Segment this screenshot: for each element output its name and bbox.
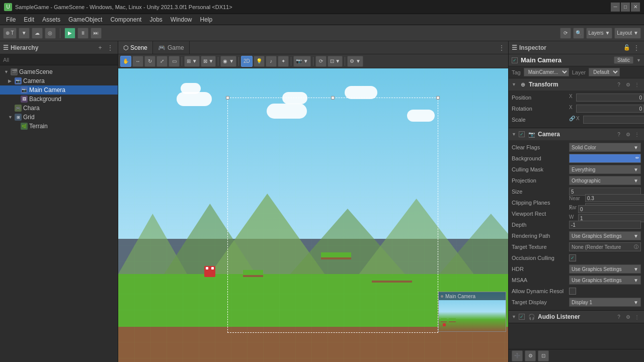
tree-item-camera[interactable]: ▶ 📷 Camera [0,76,118,85]
projection-dropdown[interactable]: Orthographic ▼ [569,176,641,185]
audio-listener-menu[interactable]: ⋮ [633,313,641,321]
search-button[interactable]: 🔍 [573,28,584,39]
scene-rect-tool[interactable]: ▭ [169,56,180,67]
clear-flags-label: Clear Flags [512,144,567,150]
scale-lock-icon[interactable]: 🔗 [569,116,575,124]
depth-input[interactable] [569,221,641,229]
scene-audio-toggle[interactable]: ♪ [266,56,277,67]
camera-menu[interactable]: ⋮ [633,130,641,138]
scene-gimbal-toggle[interactable]: ⟳ [315,56,327,67]
tree-item-background[interactable]: 🖼 Background [0,95,118,104]
transform-header[interactable]: ▼ ⊕ Transform ? ⚙ ⋮ [509,78,644,90]
transform-menu[interactable]: ⋮ [633,80,641,88]
menu-assets[interactable]: Assets [38,15,64,24]
scene-camera-dropdown[interactable]: 📷 ▼ [293,56,311,67]
scene-rotate-tool[interactable]: ↻ [144,56,155,67]
tree-item-chara[interactable]: 🎮 Chara [0,104,118,113]
history-button[interactable]: ⟳ [560,28,571,39]
tag-select[interactable]: MainCamer... [524,68,569,76]
cloud-btn[interactable]: ☁ [32,28,43,39]
rotation-x[interactable] [576,105,644,113]
tree-item-grid[interactable]: ▼ ⊞ Grid [0,113,118,122]
rendering-path-dropdown[interactable]: Use Graphics Settings ▼ [569,231,641,240]
object-enabled-checkbox[interactable] [512,57,518,63]
inspector-bottom-btn2[interactable]: ⚙ [525,350,536,361]
layer-select[interactable]: Default [589,68,620,76]
vp-x-input[interactable] [578,205,644,213]
collab-btn[interactable]: ◎ [45,28,56,39]
scene-snap-toggle[interactable]: ⊠ ▼ [201,56,216,67]
hierarchy-menu-button[interactable]: ⋮ [106,43,115,52]
camera-settings[interactable]: ⚙ [624,130,632,138]
camera-enabled[interactable] [519,131,525,137]
layers-dropdown[interactable]: Layers ▼ [586,28,613,39]
minimize-button[interactable]: ─ [611,3,620,12]
scene-move-tool[interactable]: ↔ [132,56,143,67]
scene-menu-button[interactable]: ⋮ [497,43,506,52]
background-icon: 🖼 [21,96,28,103]
background-color-field[interactable]: ✏ [569,154,641,163]
transform-settings[interactable]: ⚙ [624,80,632,88]
scene-overlay-btn[interactable]: ⚙ ▼ [347,56,363,67]
position-x[interactable] [576,94,644,102]
handle-tl[interactable] [226,96,229,100]
hierarchy-search[interactable] [0,54,118,65]
audio-listener-header[interactable]: ▼ 🎧 Audio Listener ? ⚙ ⋮ [509,311,644,323]
audio-listener-settings[interactable]: ⚙ [624,313,632,321]
scene-2d-toggle[interactable]: 2D [241,56,253,67]
handle-tr[interactable] [436,96,440,100]
handle-tc[interactable] [331,96,335,100]
audio-listener-help[interactable]: ? [615,313,623,321]
projection-arrow: ▼ [633,178,638,184]
close-button[interactable]: ✕ [631,3,640,12]
tab-game[interactable]: 🎮 Game [153,41,190,54]
menu-component[interactable]: Component [106,15,145,24]
layout-dropdown[interactable]: Layout ▼ [614,28,641,39]
occlusion-culling-checkbox[interactable] [569,254,576,261]
pause-button[interactable]: ⏸ [77,28,89,39]
step-button[interactable]: ⏭ [91,28,102,39]
inspector-lock-icon[interactable]: 🔓 [623,44,630,51]
play-button[interactable]: ▶ [64,28,75,39]
scale-x[interactable] [583,116,644,124]
tree-item-terrain[interactable]: 🌿 Terrain [0,122,118,131]
scene-gizmos-toggle[interactable]: ◉ ▼ [220,56,236,67]
chara-label: Chara [23,105,40,112]
menu-gameobject[interactable]: GameObject [64,15,106,24]
hdr-dropdown[interactable]: Use Graphics Settings ▼ [569,264,641,274]
game-tab-label: Game [168,44,184,51]
camera-help[interactable]: ? [615,130,623,138]
target-display-dropdown[interactable]: Display 1 ▼ [569,298,641,307]
clear-flags-dropdown[interactable]: Solid Color ▼ [569,143,641,152]
culling-mask-dropdown[interactable]: Everything ▼ [569,165,641,174]
inspector-bottom-btn3[interactable]: ⊡ [538,350,549,361]
scene-grid-toggle[interactable]: ⊞ ▼ [184,56,200,67]
menu-help[interactable]: Help [196,15,217,24]
pivot-btn[interactable]: ▼ [19,28,30,39]
msaa-dropdown[interactable]: Use Graphics Settings ▼ [569,276,641,285]
menu-window[interactable]: Window [167,15,196,24]
tree-item-maincamera[interactable]: 📷 Main Camera [0,85,118,95]
maximize-button[interactable]: □ [621,3,630,12]
menu-jobs[interactable]: Jobs [145,15,166,24]
menu-edit[interactable]: Edit [20,15,38,24]
near-input[interactable] [585,194,644,202]
camera-comp-arrow: ▼ [512,132,517,137]
inspector-add-component-button[interactable]: ➕ [512,350,523,361]
scene-scale-tool[interactable]: ⤢ [156,56,168,67]
tree-item-gamescene[interactable]: ▼ 🎬 GameScene [0,67,118,76]
scene-lighting-toggle[interactable]: 💡 [254,56,265,67]
camera-comp-header[interactable]: ▼ 📷 Camera ? ⚙ ⋮ [509,128,644,140]
transform-toggle[interactable]: ⊕ T [3,28,17,39]
transform-help[interactable]: ? [615,80,623,88]
scene-fx-toggle[interactable]: ✦ [278,56,289,67]
menu-file[interactable]: File [2,15,20,24]
scene-persp-toggle[interactable]: ⊡ ▼ [328,56,343,67]
static-toggle-button[interactable]: Static [614,56,633,64]
tab-scene[interactable]: ⬡ Scene [118,41,153,54]
scene-hand-tool[interactable]: ✋ [120,56,131,67]
inspector-menu-button[interactable]: ⋮ [632,43,641,52]
audio-listener-enabled[interactable] [519,314,525,320]
allow-dynamic-checkbox[interactable] [569,288,576,295]
hierarchy-add-button[interactable]: + [96,43,105,52]
